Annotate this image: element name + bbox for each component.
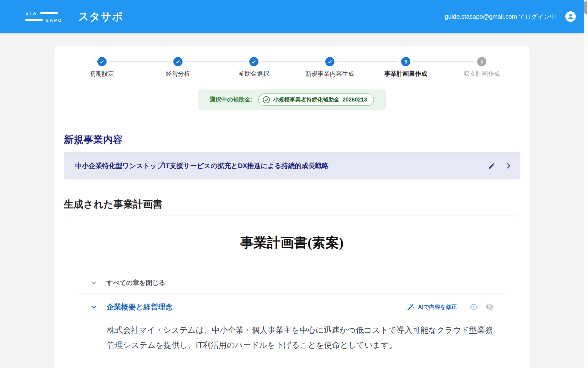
new-business-actions — [488, 162, 512, 170]
stepper-step-subsidy-selection[interactable]: 補助金選択 — [216, 57, 292, 78]
edit-button[interactable] — [488, 162, 496, 170]
check-icon — [251, 59, 256, 64]
hide-chapter-button[interactable] — [485, 303, 494, 311]
new-business-title: 中小企業特化型ワンストップIT支援サービスの拡充とDX推進による持続的成長戦略 — [75, 161, 488, 171]
check-icon — [99, 59, 104, 64]
chapter-header-row: 企業概要と経営理念 AIで内容を修正 — [79, 301, 505, 313]
scrollbar-track[interactable] — [584, 0, 588, 368]
history-button[interactable] — [469, 303, 477, 311]
selected-subsidy-box: 選択中の補助金: 小規模事業者持続化補助金_20260213 — [198, 90, 386, 110]
step-circle-4 — [325, 57, 334, 66]
step-label: 収支計画作成 — [463, 70, 500, 78]
chapter-title: 企業概要と経営理念 — [107, 302, 173, 312]
account-button[interactable] — [565, 11, 576, 22]
history-icon — [469, 303, 477, 311]
logo-bar-bottom — [25, 19, 43, 21]
open-detail-button[interactable] — [505, 162, 512, 170]
logo-row-top: STA — [25, 11, 63, 15]
scrollbar-thumb[interactable] — [584, 1, 587, 14]
step-label: 補助金選択 — [239, 70, 269, 78]
stepper-step-business-analysis[interactable]: 経営分析 — [140, 57, 216, 78]
circle-check-icon — [262, 96, 270, 104]
login-status-text: guide.stasapo@gmail.com でログイン中 — [445, 13, 556, 21]
step-label: 経営分析 — [166, 70, 190, 78]
chapter-body-text: 株式会社マイ・システムは、中小企業・個人事業主を中心に迅速かつ低コストで導入可能… — [107, 323, 494, 353]
new-business-item[interactable]: 中小企業特化型ワンストップIT支援サービスの拡充とDX推進による持続的成長戦略 — [64, 152, 520, 179]
selected-subsidy-chip: 小規模事業者持続化補助金_20260213 — [258, 94, 374, 106]
business-plan-document-card: 事業計画書(素案) すべての章を閉じる 企業概要と経営理念 — [64, 216, 520, 368]
stepper-step-initial-setup[interactable]: 初期設定 — [64, 57, 140, 78]
chevron-down-icon — [90, 303, 97, 311]
check-icon — [175, 59, 180, 64]
page: STA SAPO スタサポ guide.stasapo@gmail.com でロ… — [0, 0, 584, 368]
step-circle-6: 6 — [477, 57, 486, 66]
progress-stepper: 初期設定 経営分析 補助金選択 — [64, 57, 520, 78]
logo-row-bottom: SAPO — [25, 18, 63, 22]
collapse-all-label: すべての章を閉じる — [107, 278, 165, 287]
person-icon — [567, 13, 575, 21]
logo-bar-top — [40, 12, 58, 14]
collapse-all-chapters-button[interactable]: すべての章を閉じる — [79, 278, 505, 287]
ai-edit-label: AIで内容を修正 — [418, 303, 457, 311]
stepper-step-business-plan[interactable]: 5 事業計画書作成 — [368, 57, 444, 78]
chapter-actions: AIで内容を修正 — [407, 303, 505, 311]
step-label: 事業計画書作成 — [384, 70, 427, 78]
selected-subsidy-value: 小規模事業者持続化補助金_20260213 — [273, 96, 367, 103]
document-title: 事業計画書(素案) — [79, 234, 505, 251]
selected-subsidy-label: 選択中の補助金: — [210, 96, 253, 104]
step-label: 初期設定 — [90, 70, 114, 78]
step-circle-1 — [97, 57, 107, 66]
app-header: STA SAPO スタサポ guide.stasapo@gmail.com でロ… — [0, 0, 584, 33]
step-number: 6 — [481, 59, 483, 64]
step-circle-5: 5 — [401, 57, 410, 66]
logo-text-sta: STA — [25, 11, 37, 15]
new-business-heading: 新規事業内容 — [64, 133, 520, 146]
step-label: 新規事業内容生成 — [305, 70, 354, 78]
step-number: 5 — [405, 59, 407, 64]
stepper-step-income-plan[interactable]: 6 収支計画作成 — [444, 57, 520, 78]
pencil-icon — [488, 162, 496, 170]
ai-edit-button[interactable]: AIで内容を修正 — [407, 303, 457, 311]
eye-off-icon — [485, 303, 494, 311]
app-logo[interactable]: STA SAPO — [25, 11, 63, 22]
chapter-toggle[interactable]: 企業概要と経営理念 — [90, 302, 173, 312]
magic-wand-icon — [407, 303, 414, 311]
app-title: スタサポ — [78, 10, 123, 24]
step-circle-3 — [249, 57, 258, 66]
logo-text-sapo: SAPO — [46, 18, 63, 22]
chevron-right-icon — [505, 162, 512, 170]
step-circle-2 — [173, 57, 183, 66]
main-content-card: 初期設定 経営分析 補助金選択 — [54, 46, 530, 368]
divider — [79, 293, 505, 294]
check-icon — [327, 59, 333, 64]
chevron-down-icon — [90, 279, 97, 286]
generated-plan-heading: 生成された事業計画書 — [64, 198, 520, 211]
stepper-step-new-business-generation[interactable]: 新規事業内容生成 — [292, 57, 368, 78]
